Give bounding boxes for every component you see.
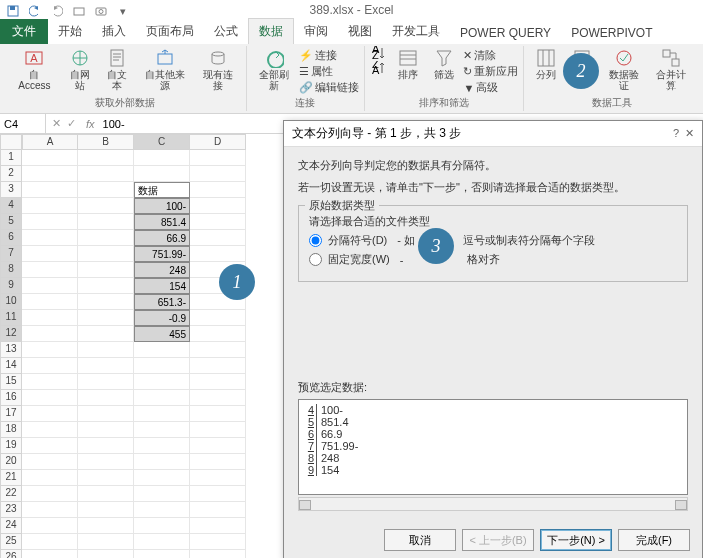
row-head[interactable]: 23	[0, 502, 22, 518]
fx-icon[interactable]: fx	[86, 118, 95, 130]
cell[interactable]	[134, 438, 190, 454]
cell[interactable]: 数据	[134, 182, 190, 198]
row-head[interactable]: 17	[0, 406, 22, 422]
cell[interactable]	[78, 550, 134, 558]
cell[interactable]	[78, 342, 134, 358]
cell[interactable]	[78, 438, 134, 454]
cell[interactable]	[78, 374, 134, 390]
cell[interactable]	[190, 406, 246, 422]
delimited-radio-input[interactable]	[309, 234, 322, 247]
cell[interactable]	[78, 326, 134, 342]
refresh-all-button[interactable]: 全部刷新	[252, 46, 297, 93]
cell[interactable]	[190, 454, 246, 470]
cell[interactable]	[190, 230, 246, 246]
row-head[interactable]: 13	[0, 342, 22, 358]
row-head[interactable]: 14	[0, 358, 22, 374]
cell[interactable]	[78, 390, 134, 406]
cell[interactable]	[134, 470, 190, 486]
sort-button[interactable]: 排序	[391, 46, 425, 82]
accept-formula-icon[interactable]: ✓	[67, 117, 76, 130]
row-head[interactable]: 8	[0, 262, 22, 278]
cell[interactable]	[78, 246, 134, 262]
cell[interactable]	[134, 534, 190, 550]
row-head[interactable]: 10	[0, 294, 22, 310]
row-head[interactable]: 16	[0, 390, 22, 406]
cell[interactable]	[22, 534, 78, 550]
tab-powerpivot[interactable]: POWERPIVOT	[561, 22, 662, 44]
cell[interactable]	[22, 182, 78, 198]
from-web-button[interactable]: 自网站	[62, 46, 98, 93]
cell[interactable]	[78, 198, 134, 214]
cell[interactable]	[190, 150, 246, 166]
tab-layout[interactable]: 页面布局	[136, 19, 204, 44]
cell[interactable]	[22, 262, 78, 278]
col-head-d[interactable]: D	[190, 134, 246, 150]
cancel-button[interactable]: 取消	[384, 529, 456, 551]
cell[interactable]	[190, 342, 246, 358]
cell[interactable]	[22, 278, 78, 294]
cell[interactable]	[190, 310, 246, 326]
cell[interactable]	[190, 550, 246, 558]
cell[interactable]	[134, 390, 190, 406]
cell[interactable]	[22, 374, 78, 390]
cell[interactable]	[78, 406, 134, 422]
cell[interactable]	[134, 454, 190, 470]
cell[interactable]: 154	[134, 278, 190, 294]
cell[interactable]	[78, 502, 134, 518]
cell[interactable]	[22, 342, 78, 358]
row-head[interactable]: 4	[0, 198, 22, 214]
cell[interactable]	[78, 230, 134, 246]
cell[interactable]	[78, 534, 134, 550]
cell[interactable]	[78, 422, 134, 438]
dialog-close-icon[interactable]: ✕	[685, 127, 694, 140]
cell[interactable]	[22, 150, 78, 166]
cell[interactable]	[190, 198, 246, 214]
cell[interactable]	[78, 214, 134, 230]
qat-more-icon[interactable]: ▾	[116, 4, 130, 18]
tab-devtools[interactable]: 开发工具	[382, 19, 450, 44]
row-head[interactable]: 25	[0, 534, 22, 550]
cell[interactable]	[22, 470, 78, 486]
row-head[interactable]: 9	[0, 278, 22, 294]
cell[interactable]	[22, 230, 78, 246]
cell[interactable]	[190, 166, 246, 182]
tab-data[interactable]: 数据	[248, 18, 294, 44]
row-head[interactable]: 11	[0, 310, 22, 326]
cell[interactable]	[134, 406, 190, 422]
row-head[interactable]: 20	[0, 454, 22, 470]
delimited-radio[interactable]: 分隔符号(D) - 如 逗号或制表符分隔每个字段	[309, 233, 677, 248]
cell[interactable]	[78, 454, 134, 470]
next-button[interactable]: 下一步(N) >	[540, 529, 612, 551]
cell[interactable]	[190, 182, 246, 198]
text-to-columns-button[interactable]: 分列	[529, 46, 563, 82]
cell[interactable]	[22, 390, 78, 406]
cell[interactable]	[22, 486, 78, 502]
cell[interactable]	[22, 326, 78, 342]
cell[interactable]	[134, 518, 190, 534]
cell[interactable]	[134, 550, 190, 558]
connections-item[interactable]: ⚡连接	[299, 48, 359, 63]
qat-icon[interactable]	[72, 4, 86, 18]
data-validation-button[interactable]: 数据验证	[601, 46, 646, 93]
cell[interactable]	[190, 326, 246, 342]
cell[interactable]	[190, 534, 246, 550]
cell[interactable]	[190, 470, 246, 486]
cell[interactable]	[78, 166, 134, 182]
fixed-width-radio-input[interactable]	[309, 253, 322, 266]
cell[interactable]	[134, 166, 190, 182]
cell[interactable]	[78, 262, 134, 278]
cell[interactable]	[78, 310, 134, 326]
row-head[interactable]: 1	[0, 150, 22, 166]
cell[interactable]	[22, 358, 78, 374]
cell[interactable]	[22, 214, 78, 230]
cell[interactable]	[22, 294, 78, 310]
cell[interactable]	[78, 518, 134, 534]
cell[interactable]	[78, 358, 134, 374]
cell[interactable]	[190, 502, 246, 518]
properties-item[interactable]: ☰属性	[299, 64, 359, 79]
cell[interactable]	[78, 294, 134, 310]
cell[interactable]	[22, 438, 78, 454]
cell[interactable]: 248	[134, 262, 190, 278]
formula-input[interactable]: 100-	[99, 118, 129, 130]
cell[interactable]: 751.99-	[134, 246, 190, 262]
